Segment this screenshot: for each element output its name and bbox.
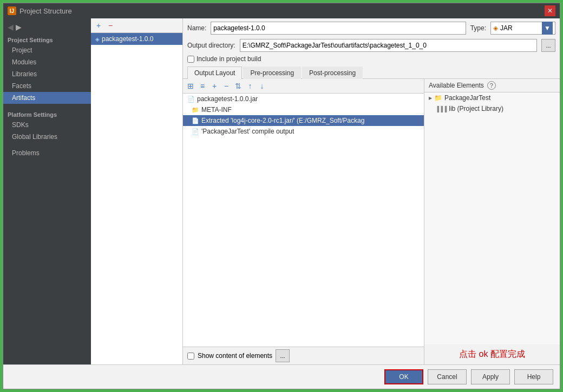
- forward-arrow[interactable]: ▶: [16, 23, 22, 31]
- sidebar-item-global-libraries[interactable]: Global Libraries: [3, 131, 91, 143]
- toolbar-sort-button[interactable]: ⇅: [233, 81, 244, 91]
- output-dir-input[interactable]: [240, 39, 537, 52]
- output-dir-label: Output directory:: [187, 42, 235, 49]
- sidebar-item-facets[interactable]: Facets: [3, 80, 91, 92]
- artifact-item-icon: ◈: [95, 36, 100, 42]
- dialog-title: Project Structure: [19, 7, 72, 15]
- sidebar-item-sdks[interactable]: SDKs: [3, 119, 91, 131]
- app-icon: IJ: [8, 6, 16, 15]
- tab-output-layout[interactable]: Output Layout: [187, 67, 242, 79]
- toolbar-up-button[interactable]: ↑: [245, 81, 256, 91]
- show-content-checkbox[interactable]: [187, 353, 194, 360]
- title-bar-left: IJ Project Structure: [8, 6, 72, 15]
- sidebar-divider: [3, 104, 91, 108]
- tree-item-jar-label: packagetest-1.0.0.jar: [197, 95, 258, 103]
- jar-file-icon: 📄: [187, 96, 195, 103]
- name-row: Name: Type: ◈ JAR ▼: [183, 18, 560, 38]
- tree-item-meta-inf-label: META-INF: [201, 106, 232, 114]
- tree-item-compile[interactable]: 📄 'PackageJarTest' compile output: [183, 126, 424, 137]
- type-select[interactable]: ◈ JAR ▼: [490, 22, 555, 35]
- jar-icon: ◈: [493, 24, 498, 32]
- include-label: Include in project build: [197, 55, 261, 63]
- main-content: ◀ ▶ Project Settings Project Modules Lib…: [3, 18, 560, 364]
- title-bar: IJ Project Structure ✕: [3, 3, 560, 18]
- output-toolbar: ⊞ ≡ + − ⇅ ↑ ↓: [183, 79, 424, 94]
- available-header-label: Available Elements: [429, 82, 484, 89]
- project-settings-label: Project Settings: [3, 34, 91, 44]
- tab-post-processing[interactable]: Post-processing: [302, 67, 363, 79]
- include-checkbox[interactable]: [187, 56, 194, 63]
- tree-item-meta-inf[interactable]: 📁 META-INF: [183, 104, 424, 115]
- content-panel: Name: Type: ◈ JAR ▼ Output directory: ..…: [183, 18, 560, 364]
- artifact-list-panel: + − ◈ packagetest-1.0.0: [91, 18, 183, 364]
- sidebar-item-project[interactable]: Project: [3, 44, 91, 56]
- apply-button[interactable]: Apply: [471, 369, 510, 384]
- toolbar-add-button[interactable]: +: [209, 81, 220, 91]
- lib-icon: ▐▐▐: [435, 106, 447, 112]
- expand-icon: ▶: [429, 96, 432, 101]
- show-content-row: Show content of elements ...: [183, 347, 424, 364]
- tab-pre-processing[interactable]: Pre-processing: [243, 67, 301, 79]
- sidebar-item-libraries[interactable]: Libraries: [3, 68, 91, 80]
- toolbar-remove-button[interactable]: −: [221, 81, 232, 91]
- sidebar: ◀ ▶ Project Settings Project Modules Lib…: [3, 18, 91, 364]
- toolbar-down-button[interactable]: ↓: [257, 81, 267, 91]
- output-dir-row: Output directory: ...: [183, 38, 560, 54]
- project-structure-dialog: IJ Project Structure ✕ ◀ ▶ Project Setti…: [3, 3, 560, 389]
- output-tree: 📄 packagetest-1.0.0.jar 📁 META-INF 📄 Ext…: [183, 94, 424, 347]
- sidebar-item-artifacts[interactable]: Artifacts: [3, 92, 91, 104]
- browse-button[interactable]: ...: [541, 39, 555, 52]
- avail-item-packagejartest[interactable]: ▶ 📁 PackageJarTest: [424, 92, 560, 103]
- artifact-toolbar: + −: [91, 18, 182, 33]
- available-tree: ▶ 📁 PackageJarTest ▐▐▐ lib (Project Libr…: [424, 92, 560, 344]
- extracted-icon: 📄: [192, 117, 199, 124]
- compile-icon: 📄: [192, 128, 199, 135]
- show-content-button[interactable]: ...: [276, 349, 290, 362]
- folder-icon: 📁: [192, 107, 199, 114]
- ok-button[interactable]: OK: [384, 369, 423, 384]
- cancel-button[interactable]: Cancel: [428, 369, 467, 384]
- name-input[interactable]: [211, 22, 466, 35]
- platform-settings-label: Platform Settings: [3, 108, 91, 119]
- sidebar-item-problems[interactable]: Problems: [3, 147, 91, 159]
- artifact-item-label: packagetest-1.0.0: [102, 35, 153, 43]
- split-panel: ⊞ ≡ + − ⇅ ↑ ↓ 📄 packagetest-1.0.0.jar: [183, 79, 560, 364]
- close-button[interactable]: ✕: [545, 5, 555, 16]
- avail-item-lib[interactable]: ▐▐▐ lib (Project Library): [424, 103, 560, 114]
- toolbar-list-button[interactable]: ≡: [197, 81, 208, 91]
- toolbar-create-dir-button[interactable]: ⊞: [185, 81, 196, 91]
- avail-item-label-pkg: PackageJarTest: [444, 94, 490, 102]
- help-button[interactable]: Help: [514, 369, 553, 384]
- available-header: Available Elements ?: [424, 79, 560, 92]
- tree-item-extracted-label: Extracted 'log4j-core-2.0-rc1.jar/' (E:/…: [201, 117, 364, 124]
- sidebar-divider-2: [3, 143, 91, 147]
- add-artifact-button[interactable]: +: [93, 20, 104, 31]
- type-label: Type:: [470, 24, 486, 32]
- type-value: JAR: [500, 24, 513, 32]
- name-label: Name:: [187, 24, 206, 32]
- avail-item-label-lib: lib (Project Library): [449, 105, 503, 112]
- nav-row: ◀ ▶: [3, 21, 91, 34]
- checkbox-row: Include in project build: [183, 54, 560, 66]
- note-text: 点击 ok 配置完成: [424, 344, 560, 364]
- back-arrow[interactable]: ◀: [8, 23, 14, 31]
- type-dropdown-button[interactable]: ▼: [542, 22, 553, 35]
- tree-item-extracted[interactable]: 📄 Extracted 'log4j-core-2.0-rc1.jar/' (E…: [183, 115, 424, 126]
- bottom-bar: OK Cancel Apply Help: [3, 364, 560, 389]
- tree-item-compile-label: 'PackageJarTest' compile output: [201, 128, 294, 135]
- show-content-label: Show content of elements: [198, 352, 272, 360]
- sidebar-item-modules[interactable]: Modules: [3, 56, 91, 68]
- artifact-list-item[interactable]: ◈ packagetest-1.0.0: [91, 33, 182, 45]
- tabs-bar: Output Layout Pre-processing Post-proces…: [183, 66, 560, 79]
- avail-folder-icon: 📁: [434, 94, 442, 102]
- available-panel: Available Elements ? ▶ 📁 PackageJarTest …: [424, 79, 560, 364]
- output-layout-panel: ⊞ ≡ + − ⇅ ↑ ↓ 📄 packagetest-1.0.0.jar: [183, 79, 424, 364]
- tree-item-jar[interactable]: 📄 packagetest-1.0.0.jar: [183, 94, 424, 104]
- help-icon-button[interactable]: ?: [487, 81, 496, 90]
- remove-artifact-button[interactable]: −: [105, 20, 116, 31]
